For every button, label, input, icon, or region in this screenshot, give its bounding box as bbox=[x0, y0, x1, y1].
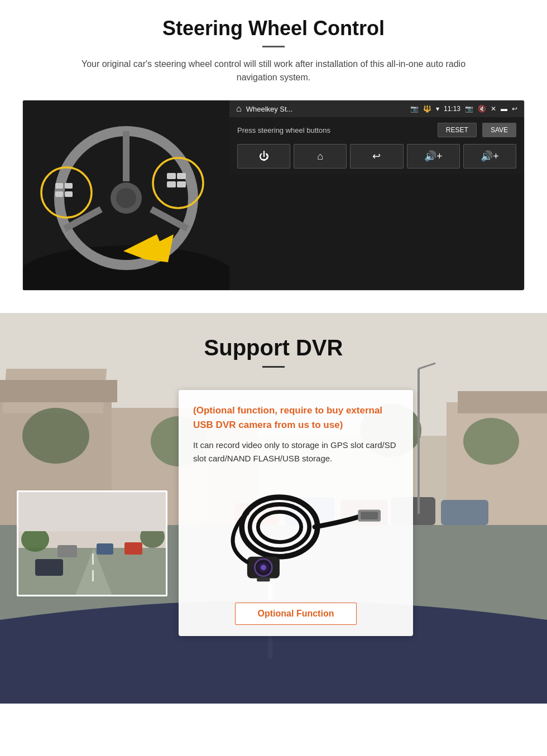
svg-rect-46 bbox=[92, 553, 94, 565]
dvr-title: Support DVR bbox=[0, 335, 547, 360]
svg-rect-54 bbox=[35, 559, 63, 576]
dvr-camera-image bbox=[193, 476, 399, 594]
app-name: Wheelkey St... bbox=[246, 105, 406, 113]
dvr-info-card: (Optional function, require to buy exter… bbox=[179, 390, 413, 636]
dvr-preview-thumbnail bbox=[17, 490, 167, 596]
steering-title: Steering Wheel Control bbox=[22, 17, 525, 40]
svg-rect-15 bbox=[177, 173, 186, 179]
svg-rect-48 bbox=[57, 545, 77, 557]
svg-rect-53 bbox=[18, 492, 167, 531]
android-main: Press steering wheel buttons RESET SAVE … bbox=[229, 117, 524, 174]
svg-rect-50 bbox=[124, 542, 142, 555]
dvr-thumb-scene bbox=[18, 492, 167, 596]
svg-rect-49 bbox=[97, 543, 113, 555]
steering-wheel-svg bbox=[23, 100, 229, 290]
svg-rect-47 bbox=[92, 570, 94, 581]
svg-point-57 bbox=[258, 512, 301, 542]
steering-composite: ⌂ Wheelkey St... 📷 🔱 ▾ 11:13 📷 🔇 ✕ ▬ ↩ P… bbox=[22, 100, 525, 291]
svg-rect-11 bbox=[65, 183, 73, 189]
swc-key-grid: ⏻ ⌂ ↩ 🔊+ 🔊+ bbox=[237, 144, 516, 168]
swc-prompt: Press steering wheel buttons bbox=[237, 126, 432, 134]
steering-section: Steering Wheel Control Your original car… bbox=[0, 0, 547, 313]
statusbar-icon6: ▬ bbox=[501, 105, 507, 113]
steering-subtitle: Your original car's steering wheel contr… bbox=[78, 57, 469, 84]
reset-button[interactable]: RESET bbox=[438, 123, 477, 137]
svg-rect-59 bbox=[361, 512, 378, 519]
statusbar-back: ↩ bbox=[512, 105, 517, 113]
svg-rect-16 bbox=[167, 181, 176, 187]
statusbar-wifi: ▾ bbox=[436, 105, 439, 113]
dvr-optional-text: (Optional function, require to buy exter… bbox=[193, 403, 399, 432]
svg-rect-13 bbox=[65, 191, 73, 197]
statusbar-icon1: 📷 bbox=[410, 105, 419, 113]
statusbar-icon2: 🔱 bbox=[423, 105, 431, 113]
statusbar-time: 11:13 bbox=[444, 105, 460, 113]
dvr-body: (Optional function, require to buy exter… bbox=[0, 379, 547, 670]
dvr-camera-svg bbox=[193, 476, 399, 594]
statusbar-icon3: 📷 bbox=[465, 105, 473, 113]
statusbar-icon5: ✕ bbox=[491, 105, 496, 113]
steering-photo bbox=[23, 100, 229, 290]
statusbar-icon4: 🔇 bbox=[478, 105, 486, 113]
dvr-thumb-image bbox=[18, 492, 166, 595]
svg-rect-65 bbox=[257, 577, 270, 582]
swc-prompt-row: Press steering wheel buttons RESET SAVE bbox=[237, 123, 516, 137]
dvr-description: It can record video only to storage in G… bbox=[193, 439, 399, 465]
svg-point-7 bbox=[116, 188, 136, 208]
svg-rect-17 bbox=[177, 181, 186, 187]
steering-title-divider bbox=[262, 46, 285, 47]
dvr-header: Support DVR bbox=[0, 313, 547, 379]
svg-rect-14 bbox=[167, 173, 176, 179]
dvr-section: Support DVR bbox=[0, 313, 547, 704]
svg-rect-10 bbox=[55, 183, 63, 189]
optional-function-button[interactable]: Optional Function bbox=[235, 603, 357, 625]
svg-point-66 bbox=[253, 558, 273, 577]
android-screen: ⌂ Wheelkey St... 📷 🔱 ▾ 11:13 📷 🔇 ✕ ▬ ↩ P… bbox=[229, 100, 524, 290]
swc-key-vol-up[interactable]: 🔊+ bbox=[407, 144, 460, 168]
statusbar: ⌂ Wheelkey St... 📷 🔱 ▾ 11:13 📷 🔇 ✕ ▬ ↩ bbox=[229, 100, 524, 117]
save-button[interactable]: SAVE bbox=[482, 123, 516, 137]
swc-key-power[interactable]: ⏻ bbox=[237, 144, 290, 168]
dvr-title-divider bbox=[262, 366, 285, 368]
swc-key-vol-up2[interactable]: 🔊+ bbox=[463, 144, 516, 168]
swc-key-home[interactable]: ⌂ bbox=[294, 144, 347, 168]
svg-rect-12 bbox=[55, 191, 63, 197]
home-icon: ⌂ bbox=[236, 104, 242, 114]
swc-key-back[interactable]: ↩ bbox=[350, 144, 403, 168]
